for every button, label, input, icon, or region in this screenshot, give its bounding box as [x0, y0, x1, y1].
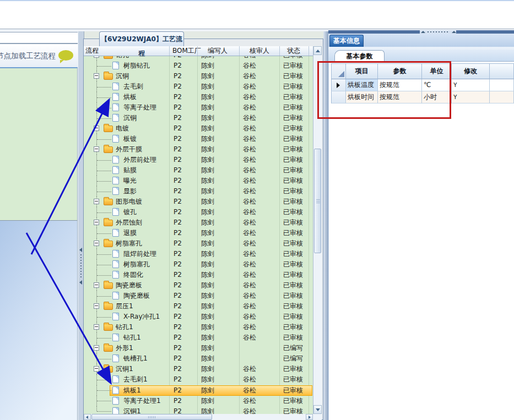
- tree-row[interactable]: 外层干膜P2陈剑谷松已审核: [84, 144, 313, 155]
- tree-row[interactable]: 外形1P2陈剑已编写: [84, 343, 313, 353]
- param-cell[interactable]: Y: [452, 79, 490, 91]
- select-all-cell[interactable]: [331, 63, 346, 79]
- expand-collapse-box[interactable]: [94, 146, 99, 152]
- tree-row[interactable]: 树脂塞孔P2陈剑谷松已审核: [84, 259, 313, 270]
- table-row[interactable]: 烘板温度按规范℃Y: [331, 79, 514, 91]
- tree-row[interactable]: 沉铜P2陈剑谷松已审核: [84, 113, 313, 123]
- tree-row[interactable]: 等离子处理1P2陈剑谷松已审核: [84, 396, 313, 406]
- tree-row[interactable]: 阻焊前处理P2陈剑谷松已审核: [84, 249, 313, 259]
- cell-bom: P2: [174, 102, 182, 113]
- tab-basic-params[interactable]: 基本参数: [334, 50, 385, 62]
- tree-row[interactable]: 树脂塞孔P2陈剑谷松已审核: [84, 238, 313, 249]
- tree-row[interactable]: 退膜P2陈剑谷松已审核: [84, 228, 313, 238]
- cell-bom: P2: [174, 396, 182, 406]
- splitter-grip[interactable]: [80, 254, 82, 277]
- tree-row[interactable]: 板镀P2陈剑谷松已审核: [84, 134, 313, 144]
- tree-row[interactable]: 烘板1P2陈剑谷松已审核: [84, 385, 313, 396]
- expand-collapse-box[interactable]: [94, 324, 99, 330]
- tree-row[interactable]: 贴膜P2陈剑谷松已审核: [84, 165, 313, 176]
- tree-row[interactable]: 图形电镀P2陈剑谷松已审核: [84, 197, 313, 207]
- expand-collapse-box[interactable]: [94, 303, 99, 309]
- tree-row[interactable]: 沉铜P2陈剑谷松已审核: [84, 71, 313, 81]
- param-col-header[interactable]: 修改: [452, 63, 490, 79]
- tree-horizontal-scrollbar[interactable]: [84, 414, 322, 420]
- horizontal-scroll-thumb[interactable]: [91, 414, 212, 420]
- tree-row[interactable]: 镀孔P2陈剑谷松已审核: [84, 207, 313, 217]
- scroll-down-button[interactable]: [313, 405, 322, 414]
- param-cell[interactable]: [490, 79, 514, 91]
- vertical-scroll-thumb[interactable]: [314, 149, 321, 253]
- scroll-up-button[interactable]: [313, 46, 322, 55]
- param-cell[interactable]: 烘板时间: [346, 91, 378, 103]
- node-label: 钻孔1: [123, 332, 141, 343]
- tree-row[interactable]: 陶瓷磨板P2陈剑谷松已审核: [84, 291, 313, 301]
- expand-collapse-box[interactable]: [94, 366, 99, 372]
- tree-row[interactable]: 去毛刺P2陈剑谷松已审核: [84, 81, 313, 92]
- node-label: X-Ray冲孔1: [123, 312, 160, 322]
- tree-row[interactable]: 钻孔1P2陈剑谷松已审核: [84, 322, 313, 332]
- node-label: 退膜: [123, 228, 137, 238]
- scroll-left-button[interactable]: [84, 414, 91, 420]
- tree-row[interactable]: 等离子处理P2陈剑谷松已审核: [84, 102, 313, 113]
- document-tab[interactable]: 【6V29U2WJA0】工艺流程: [99, 31, 184, 46]
- node-label: 外形1: [116, 343, 133, 353]
- cell-aut: 陈剑: [201, 113, 214, 123]
- tree-vertical-scrollbar[interactable]: [313, 46, 322, 414]
- collapse-up-icon[interactable]: [421, 31, 425, 33]
- param-cell[interactable]: Y: [452, 91, 490, 103]
- tree-row[interactable]: 烘板P2陈剑谷松已审核: [84, 92, 313, 102]
- row-selector-cell[interactable]: [331, 79, 346, 91]
- tree-row[interactable]: 显影P2陈剑谷松已审核: [84, 186, 313, 197]
- param-cell[interactable]: 按规范: [378, 79, 422, 91]
- tree-row[interactable]: 铣槽孔1P2陈剑已编写: [84, 353, 313, 364]
- tree-row[interactable]: 终固化P2陈剑谷松已审核: [84, 270, 313, 280]
- param-col-header[interactable]: 参数: [378, 63, 422, 79]
- param-col-header[interactable]: 单位: [422, 63, 452, 79]
- expand-collapse-box[interactable]: [94, 199, 99, 204]
- expand-collapse-box[interactable]: [94, 241, 99, 246]
- tree-row[interactable]: 钻孔1P2陈剑谷松已审核: [84, 332, 313, 343]
- col-flow[interactable]: 流程: [85, 47, 99, 55]
- expand-collapse-box[interactable]: [94, 345, 99, 351]
- cell-aut: 陈剑: [201, 176, 214, 186]
- tree-row[interactable]: X-Ray冲孔1P2陈剑谷松已审核: [84, 312, 313, 322]
- param-cell[interactable]: 烘板温度: [346, 79, 378, 91]
- expand-collapse-box[interactable]: [94, 126, 99, 131]
- tree-row[interactable]: 钻孔P2陈剑谷松已审核: [84, 56, 313, 61]
- expand-collapse-box[interactable]: [94, 220, 99, 225]
- col-reviewer[interactable]: 核审人: [250, 47, 269, 55]
- collapse-left-icon[interactable]: [79, 248, 82, 252]
- folder-icon: [104, 324, 113, 331]
- param-cell[interactable]: [490, 91, 514, 103]
- expand-collapse-box[interactable]: [94, 282, 99, 288]
- tree-row[interactable]: 沉铜1P2陈剑谷松已审核: [84, 406, 313, 414]
- row-selector-cell[interactable]: [331, 91, 346, 103]
- cell-aut: 陈剑: [201, 207, 214, 217]
- tree-row[interactable]: 陶瓷磨板P2陈剑谷松已审核: [84, 280, 313, 291]
- cell-aut: 陈剑: [201, 312, 214, 322]
- scroll-right-button[interactable]: [306, 414, 313, 420]
- param-cell[interactable]: 按规范: [378, 91, 422, 103]
- file-icon: [112, 397, 119, 405]
- collapse-left-icon[interactable]: [79, 280, 82, 285]
- col-status[interactable]: 状态: [287, 47, 300, 55]
- col-author[interactable]: 编写人: [208, 47, 228, 55]
- table-row[interactable]: 烘板时间按规范小时Y: [331, 91, 514, 103]
- tree-row[interactable]: 树脂钻孔P2陈剑谷松已审核: [84, 61, 313, 71]
- tab-basic-info[interactable]: 基本信息: [329, 35, 364, 47]
- tree-row[interactable]: 外层蚀刻P2陈剑谷松已审核: [84, 217, 313, 228]
- tree-row[interactable]: 电镀P2陈剑谷松已审核: [84, 123, 313, 134]
- tree-row[interactable]: 层压1P2陈剑谷松已审核: [84, 301, 313, 312]
- tree-row[interactable]: 去毛刺1P2陈剑谷松已审核: [84, 374, 313, 385]
- vertical-splitter-right[interactable]: [323, 31, 328, 420]
- param-cell[interactable]: 小时: [422, 91, 452, 103]
- tree-row[interactable]: 外层前处理P2陈剑谷松已审核: [84, 155, 313, 165]
- cell-bom: P2: [174, 385, 182, 396]
- param-col-header[interactable]: 项目: [346, 63, 378, 79]
- tree-row[interactable]: 曝光P2陈剑谷松已审核: [84, 176, 313, 186]
- tree-row[interactable]: 沉铜1P2陈剑谷松已审核: [84, 364, 313, 374]
- collapse-up-icon[interactable]: [452, 31, 456, 33]
- param-cell[interactable]: ℃: [422, 79, 452, 91]
- expand-collapse-box[interactable]: [94, 73, 99, 79]
- splitter-grip[interactable]: [428, 31, 448, 32]
